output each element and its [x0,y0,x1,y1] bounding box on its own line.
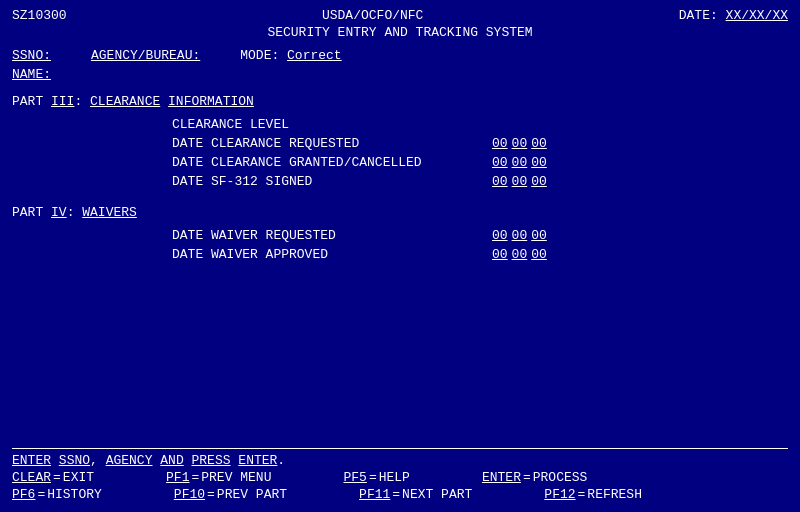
pf5-item: PF5 = HELP [343,470,409,485]
date-waiver-app-dd[interactable]: 00 [512,247,528,262]
clearance-level-label: CLEARANCE LEVEL [172,117,492,132]
date-waiver-app-mm[interactable]: 00 [492,247,508,262]
date-clearance-requested-row: DATE CLEARANCE REQUESTED 00 00 00 [12,136,788,151]
date-clearance-granted-value[interactable]: 00 00 00 [492,155,547,170]
date-area: DATE: XX/XX/XX [679,8,788,23]
footer-keys-row1: CLEAR = EXIT PF1 = PREV MENU PF5 = HELP … [12,470,788,485]
mode-value: Correct [287,48,342,63]
pf6-item: PF6 = HISTORY [12,487,102,502]
pf12-key[interactable]: PF12 [544,487,575,502]
pf11-item: PF11 = NEXT PART [359,487,472,502]
date-clearance-granted-row: DATE CLEARANCE GRANTED/CANCELLED 00 00 0… [12,155,788,170]
date-waiver-requested-row: DATE WAIVER REQUESTED 00 00 00 [12,228,788,243]
pf12-item: PF12 = REFRESH [544,487,642,502]
name-row: NAME: [12,67,788,82]
pf1-key[interactable]: PF1 [166,470,189,485]
date-sf312-dd[interactable]: 00 [512,174,528,189]
date-waiver-app-yy[interactable]: 00 [531,247,547,262]
waivers-header-word: WAIVERS [82,205,137,220]
pf12-action: REFRESH [587,487,642,502]
date-sf312-row: DATE SF-312 SIGNED 00 00 00 [12,174,788,189]
enter-key[interactable]: ENTER [482,470,521,485]
information-header-word: INFORMATION [168,94,254,109]
agency-bureau: AGENCY/BUREAU: [91,48,200,63]
pf1-item: PF1 = PREV MENU [166,470,271,485]
date-cl-req-dd[interactable]: 00 [512,136,528,151]
date-cl-req-yy[interactable]: 00 [531,136,547,151]
date-cl-granted-mm[interactable]: 00 [492,155,508,170]
date-sf312-label: DATE SF-312 SIGNED [172,174,492,189]
footer-instruction: ENTER SSNO, AGENCY AND PRESS ENTER. [12,453,285,468]
date-waiver-approved-value[interactable]: 00 00 00 [492,247,547,262]
date-waiver-approved-row: DATE WAIVER APPROVED 00 00 00 [12,247,788,262]
system-title: SECURITY ENTRY AND TRACKING SYSTEM [12,25,788,40]
date-sf312-mm[interactable]: 00 [492,174,508,189]
pf5-action: HELP [379,470,410,485]
date-waiver-req-dd[interactable]: 00 [512,228,528,243]
part4-header: PART IV: WAIVERS [12,205,788,220]
footer-instruction-line: ENTER SSNO, AGENCY AND PRESS ENTER. [12,453,788,468]
date-waiver-requested-value[interactable]: 00 00 00 [492,228,547,243]
pf11-key[interactable]: PF11 [359,487,390,502]
date-clearance-requested-value[interactable]: 00 00 00 [492,136,547,151]
pf11-action: NEXT PART [402,487,472,502]
date-waiver-requested-label: DATE WAIVER REQUESTED [172,228,492,243]
footer-keys-row2: PF6 = HISTORY PF10 = PREV PART PF11 = NE… [12,487,788,502]
clearance-level-row: CLEARANCE LEVEL [12,117,788,132]
enter-item: ENTER = PROCESS [482,470,587,485]
date-clearance-requested-label: DATE CLEARANCE REQUESTED [172,136,492,151]
part3-header: PART III: CLEARANCE INFORMATION [12,94,788,109]
date-waiver-approved-label: DATE WAIVER APPROVED [172,247,492,262]
agency-system: USDA/OCFO/NFC [67,8,679,23]
pf1-action: PREV MENU [201,470,271,485]
date-value: XX/XX/XX [726,8,788,23]
date-clearance-granted-label: DATE CLEARANCE GRANTED/CANCELLED [172,155,492,170]
clear-exit-item: CLEAR = EXIT [12,470,94,485]
date-cl-req-mm[interactable]: 00 [492,136,508,151]
date-waiver-req-mm[interactable]: 00 [492,228,508,243]
date-sf312-yy[interactable]: 00 [531,174,547,189]
pf6-key[interactable]: PF6 [12,487,35,502]
part4-roman: IV [51,205,67,220]
pf10-key[interactable]: PF10 [174,487,205,502]
date-sf312-value[interactable]: 00 00 00 [492,174,547,189]
pf10-item: PF10 = PREV PART [174,487,287,502]
date-cl-granted-yy[interactable]: 00 [531,155,547,170]
pf10-action: PREV PART [217,487,287,502]
clear-key[interactable]: CLEAR [12,470,51,485]
date-cl-granted-dd[interactable]: 00 [512,155,528,170]
main-screen: SZ10300 USDA/OCFO/NFC DATE: XX/XX/XX SEC… [12,8,788,504]
pf6-action: HISTORY [47,487,102,502]
pf5-key[interactable]: PF5 [343,470,366,485]
clear-action: EXIT [63,470,94,485]
meta-row: SSNO: AGENCY/BUREAU: MODE: Correct [12,48,788,63]
date-label: DATE: [679,8,718,23]
part3-roman: III [51,94,74,109]
mode-area: MODE: Correct [240,48,341,63]
date-waiver-req-yy[interactable]: 00 [531,228,547,243]
content-area: PART III: CLEARANCE INFORMATION CLEARANC… [12,94,788,262]
ssno-label: SSNO: [12,48,51,63]
header-row: SZ10300 USDA/OCFO/NFC DATE: XX/XX/XX [12,8,788,23]
clearance-header-word: CLEARANCE [90,94,160,109]
program-id: SZ10300 [12,8,67,23]
footer: ENTER SSNO, AGENCY AND PRESS ENTER. CLEA… [12,448,788,504]
enter-action: PROCESS [533,470,588,485]
